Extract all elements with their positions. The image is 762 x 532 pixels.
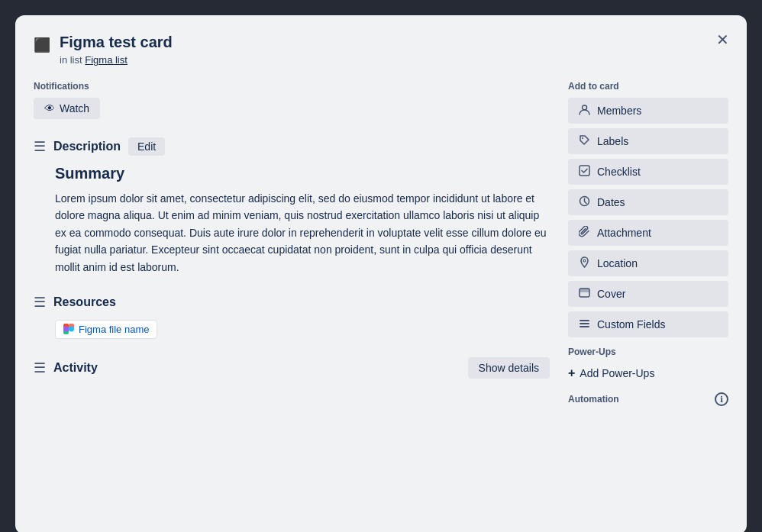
watch-button[interactable]: 👁 Watch	[34, 98, 100, 119]
checklist-label: Checklist	[597, 166, 641, 178]
modal-header: ⬛ Figma test card in list Figma list	[34, 34, 728, 66]
attachment-label: Attachment	[597, 227, 651, 239]
figma-link[interactable]: Figma file name	[55, 320, 157, 339]
add-power-ups-label: Add Power-Ups	[580, 367, 654, 379]
svg-point-6	[582, 137, 583, 139]
svg-point-3	[69, 327, 74, 332]
location-button[interactable]: Location	[568, 250, 728, 276]
resources-header: ☰ Resources	[34, 294, 550, 311]
dates-label: Dates	[597, 196, 625, 208]
custom-fields-label: Custom Fields	[597, 318, 665, 330]
description-header: ☰ Description Edit	[34, 137, 550, 156]
attachment-icon	[577, 226, 591, 240]
automation-row: Automation ℹ	[568, 392, 728, 406]
close-icon: ✕	[716, 31, 729, 49]
header-info: Figma test card in list Figma list	[60, 34, 173, 66]
card-title: Figma test card	[60, 34, 173, 51]
dates-icon	[577, 195, 591, 209]
description-title: Description	[53, 140, 121, 153]
power-ups-label: Power-Ups	[568, 347, 728, 357]
members-icon	[577, 104, 591, 118]
cover-button[interactable]: Cover	[568, 281, 728, 307]
activity-icon: ☰	[34, 360, 46, 376]
description-body: Lorem ipsum dolor sit amet, consectetur …	[55, 190, 550, 276]
checklist-icon	[577, 165, 591, 179]
svg-rect-4	[63, 327, 69, 332]
resources-section: ☰ Resources Figma file name	[34, 294, 550, 339]
labels-button[interactable]: Labels	[568, 128, 728, 154]
location-label: Location	[597, 257, 638, 269]
description-section: ☰ Description Edit Summary Lorem ipsum d…	[34, 137, 550, 276]
svg-rect-7	[580, 166, 589, 176]
edit-button[interactable]: Edit	[128, 137, 165, 156]
card-modal: ✕ ⬛ Figma test card in list Figma list N…	[15, 15, 747, 532]
resources-icon: ☰	[34, 294, 46, 311]
info-icon[interactable]: ℹ	[715, 392, 728, 406]
close-button[interactable]: ✕	[710, 27, 735, 52]
activity-title: Activity	[53, 361, 460, 375]
cover-icon	[577, 287, 591, 301]
checklist-button[interactable]: Checklist	[568, 159, 728, 185]
modal-overlay: ✕ ⬛ Figma test card in list Figma list N…	[0, 0, 762, 532]
in-list-text: in list Figma list	[60, 54, 173, 66]
figma-link-label: Figma file name	[79, 324, 149, 335]
description-icon: ☰	[34, 138, 46, 155]
figma-icon	[63, 324, 74, 334]
show-details-button[interactable]: Show details	[468, 357, 550, 379]
cover-label: Cover	[597, 288, 625, 300]
svg-rect-13	[580, 323, 589, 324]
automation-label: Automation	[568, 394, 619, 405]
resources-title: Resources	[53, 295, 116, 309]
location-icon	[577, 256, 591, 270]
dates-button[interactable]: Dates	[568, 189, 728, 215]
modal-body: Notifications 👁 Watch ☰ Description Edit…	[34, 81, 728, 516]
svg-point-5	[582, 105, 586, 110]
notifications-label: Notifications	[34, 81, 550, 92]
svg-rect-11	[580, 289, 589, 292]
description-heading: Summary	[55, 165, 550, 182]
eye-icon: 👁	[44, 102, 55, 114]
main-content: Notifications 👁 Watch ☰ Description Edit…	[34, 81, 550, 516]
add-to-card-label: Add to card	[568, 81, 728, 92]
labels-label: Labels	[597, 135, 628, 147]
members-label: Members	[597, 105, 641, 117]
sidebar: Add to card Members	[568, 81, 728, 516]
custom-fields-icon	[577, 318, 591, 331]
labels-icon	[577, 134, 591, 148]
custom-fields-button[interactable]: Custom Fields	[568, 311, 728, 337]
add-power-ups-button[interactable]: + Add Power-Ups	[568, 363, 654, 383]
card-icon: ⬛	[34, 37, 50, 53]
description-content: Summary Lorem ipsum dolor sit amet, cons…	[34, 165, 550, 276]
svg-rect-12	[580, 320, 589, 321]
list-link[interactable]: Figma list	[85, 54, 128, 66]
attachment-button[interactable]: Attachment	[568, 220, 728, 246]
svg-point-9	[583, 260, 586, 262]
plus-icon: +	[568, 366, 575, 380]
activity-section: ☰ Activity Show details	[34, 357, 550, 379]
members-button[interactable]: Members	[568, 98, 728, 124]
svg-rect-14	[580, 326, 589, 327]
notifications-section: Notifications 👁 Watch	[34, 81, 550, 119]
